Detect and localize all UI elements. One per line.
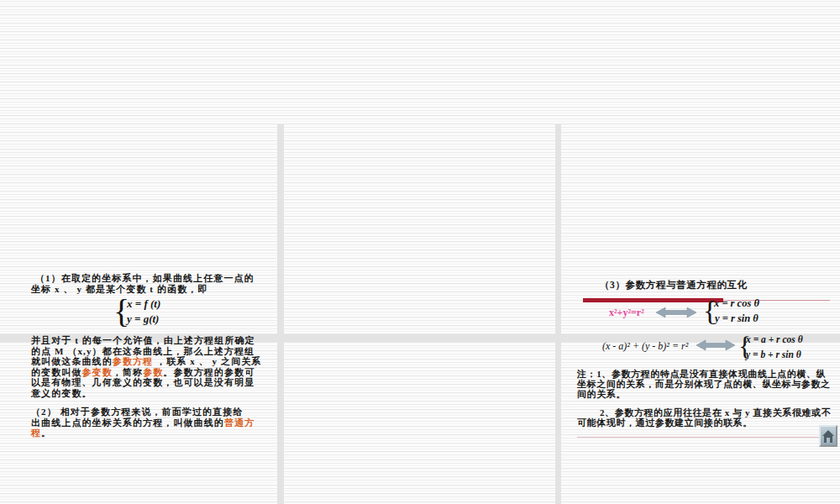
slide-circle-parametric-title[interactable]: 2、圆的参数方程 { x = a + r cos θ y = b + r sin… [561,124,840,334]
slide-outline[interactable]: 1. 圆的参数方程 { (1) 圆心在原点的圆参数方程 (2) 圆心不在原点的圆… [0,342,277,504]
column-gap-1 [277,124,284,504]
column-gap-2 [555,124,561,504]
equation-x: x = f (t) [127,297,160,311]
slide-think-1[interactable]: 思考1：圆心为原点，半径为 r 的圆的参数方程是什么呢？ 演示1 如果点P的坐标… [284,342,555,504]
slide-think-2[interactable]: 思考2:圆心为O₁(a,b)、半径为r的圆的标准方程 为(x - a)² + (… [561,342,840,504]
slide-sorter-canvas: （1）在取定的坐标系中，如果曲线上任意一点的 坐标 x 、 y 都是某个变数 t… [0,0,840,504]
slide-parametric-definition[interactable]: （1）在取定的坐标系中，如果曲线上任意一点的 坐标 x 、 y 都是某个变数 t… [0,124,277,334]
slide-equation-conversion[interactable]: （3）参数方程与普通方程的互化 x²+y²=r² { x = r cos θ y… [284,124,555,334]
equation-y: y = g(t) [127,312,159,326]
